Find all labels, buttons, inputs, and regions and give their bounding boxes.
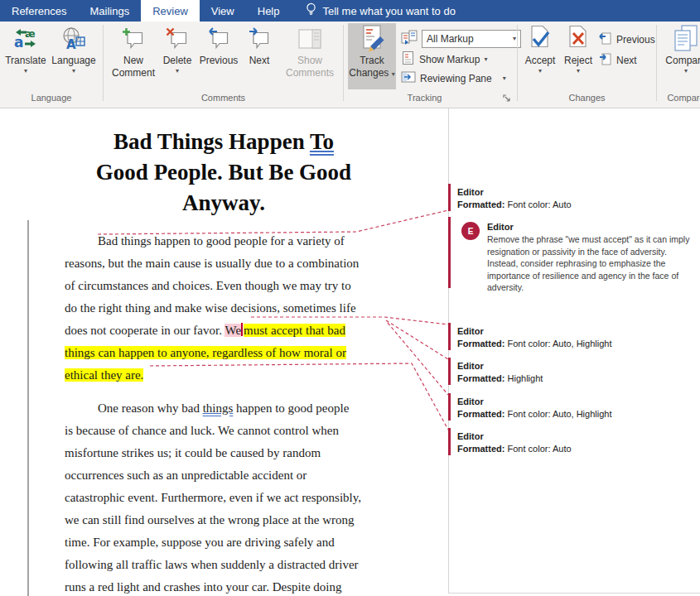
text-segment: does not cooperate in our favor. bbox=[65, 324, 224, 337]
display-for-review-select[interactable]: All Markup ▾ bbox=[422, 30, 521, 48]
previous-comment-button[interactable]: Previous bbox=[198, 23, 239, 67]
svg-text:a: a bbox=[14, 34, 23, 50]
display-for-review-icon bbox=[401, 29, 418, 48]
translate-label: Translate bbox=[5, 55, 46, 67]
revision-bar bbox=[448, 393, 451, 421]
revision-bar bbox=[448, 358, 451, 385]
text-line[interactable]: occurrences such as an unpredictable acc… bbox=[65, 464, 361, 487]
title-grammar-underline: To bbox=[310, 129, 334, 154]
previous-change-icon bbox=[598, 31, 612, 48]
revision-entry[interactable]: Editor Formatted: Font color: Auto, High… bbox=[457, 397, 696, 419]
reject-label: Reject bbox=[564, 55, 592, 67]
language-button[interactable]: A Language ▾ bbox=[51, 23, 96, 75]
show-comments-icon bbox=[297, 23, 322, 55]
accept-label: Accept bbox=[525, 55, 556, 67]
tab-view[interactable]: View bbox=[200, 0, 246, 22]
show-comments-label-2: Comments bbox=[286, 67, 334, 79]
highlighted-text: things can happen to anyone, regardless … bbox=[65, 346, 346, 359]
next-change-button[interactable]: Next bbox=[598, 52, 637, 69]
track-changes-icon bbox=[358, 23, 386, 55]
word-review-window: References Mailings Review View Help Tel… bbox=[0, 0, 700, 596]
previous-comment-label: Previous bbox=[200, 55, 239, 67]
text-line[interactable]: misfortune strikes us; it could be cause… bbox=[65, 442, 361, 464]
revision-author: Editor bbox=[457, 361, 696, 371]
text-line[interactable]: reasons, but the main cause is usually d… bbox=[65, 252, 359, 275]
delete-comment-label: Delete bbox=[163, 55, 192, 67]
revision-entry[interactable]: Editor Formatted: Highlight bbox=[457, 361, 696, 383]
revision-type: Formatted: bbox=[457, 444, 504, 454]
delete-comment-button[interactable]: Delete ▾ bbox=[159, 23, 196, 75]
highlighted-text: must accept that bad bbox=[244, 324, 345, 337]
highlighted-text: ethical they are. bbox=[65, 368, 143, 382]
next-comment-label: Next bbox=[249, 55, 270, 67]
text-line[interactable]: do the right thing and make wise decisio… bbox=[65, 297, 359, 320]
text-line[interactable]: of circumstances and choices. Even thoug… bbox=[65, 275, 359, 297]
previous-comment-icon bbox=[207, 23, 230, 55]
lightbulb-icon bbox=[305, 2, 317, 19]
tracking-group-label: Tracking bbox=[344, 93, 505, 103]
reviewing-pane-button[interactable]: Reviewing Pane ▾ bbox=[401, 70, 506, 86]
revision-entry[interactable]: Editor Formatted: Font color: Auto, High… bbox=[457, 326, 696, 348]
show-markup-button[interactable]: Show Markup ▾ bbox=[401, 50, 487, 68]
grammar-underline: things bbox=[203, 401, 234, 415]
text-line[interactable]: does not cooperate in our favor. Wemust … bbox=[65, 320, 359, 342]
display-for-review-value: All Markup bbox=[427, 33, 474, 45]
language-dropdown-arrow: ▾ bbox=[72, 67, 75, 75]
track-changes-button[interactable]: Track Changes ▾ bbox=[348, 23, 396, 89]
revision-entry[interactable]: Editor Formatted: Font color: Auto bbox=[457, 187, 696, 209]
text-line[interactable]: we can still find ourselves at the wrong… bbox=[65, 509, 361, 531]
delete-comment-icon bbox=[166, 23, 189, 55]
text-line[interactable]: catastrophic event. Furthermore, even if… bbox=[65, 487, 361, 509]
tab-references[interactable]: References bbox=[0, 0, 78, 22]
text-line[interactable]: things can happen to anyone, regardless … bbox=[65, 342, 359, 364]
reviewing-pane-arrow: ▾ bbox=[503, 74, 506, 82]
comment-bar bbox=[448, 217, 451, 288]
paragraph-1[interactable]: Bad things happen to good people for a v… bbox=[65, 230, 359, 387]
next-change-label: Next bbox=[616, 55, 637, 66]
revision-type: Formatted: bbox=[457, 373, 504, 383]
accept-button[interactable]: Accept ▾ bbox=[522, 23, 558, 75]
text-line[interactable]: time. For example, suppose you are drivi… bbox=[65, 531, 361, 554]
compare-group-label: Compare bbox=[657, 93, 700, 103]
compare-label: Compare bbox=[665, 55, 700, 67]
display-for-review-arrow: ▾ bbox=[513, 35, 516, 42]
tracking-dialog-launcher[interactable] bbox=[502, 94, 511, 105]
revision-detail: Font color: Auto, Highlight bbox=[504, 339, 611, 348]
show-markup-label: Show Markup bbox=[419, 54, 480, 65]
text-line[interactable]: Bad things happen to good people for a v… bbox=[65, 230, 359, 252]
text-segment: happen to good people bbox=[233, 401, 349, 415]
svg-text:æ: æ bbox=[25, 28, 36, 40]
paragraph-2[interactable]: One reason why bad things happen to good… bbox=[65, 397, 361, 596]
tab-review[interactable]: Review bbox=[141, 0, 200, 22]
delete-dropdown-arrow: ▾ bbox=[176, 67, 179, 75]
document-canvas[interactable]: Bad Things Happen To Good People. But Be… bbox=[0, 108, 700, 596]
tab-mailings[interactable]: Mailings bbox=[78, 0, 141, 22]
revision-entry[interactable]: Editor Formatted: Font color: Auto bbox=[457, 431, 696, 454]
reject-button[interactable]: Reject ▾ bbox=[562, 23, 595, 75]
text-line[interactable]: ethical they are. bbox=[65, 364, 359, 387]
previous-change-button[interactable]: Previous bbox=[598, 31, 655, 48]
title-text: Anyway. bbox=[46, 188, 402, 219]
revision-author: Editor bbox=[457, 187, 696, 197]
translate-button[interactable]: aæ Translate ▾ bbox=[3, 23, 48, 75]
comment-author: Editor bbox=[487, 222, 514, 232]
show-comments-label-1: Show bbox=[297, 55, 322, 67]
comment-anchor-highlight: We bbox=[224, 324, 241, 337]
reviewing-pane-label: Reviewing Pane bbox=[420, 73, 492, 84]
revision-type: Formatted: bbox=[457, 409, 504, 419]
text-line[interactable]: One reason why bad things happen to good… bbox=[65, 397, 361, 420]
document-title[interactable]: Bad Things Happen To Good People. But Be… bbox=[46, 127, 402, 219]
text-line[interactable]: following all traffic laws when suddenly… bbox=[65, 554, 361, 576]
tab-help[interactable]: Help bbox=[246, 0, 292, 22]
display-for-review-row: All Markup ▾ bbox=[401, 29, 521, 48]
revision-bar bbox=[448, 428, 451, 455]
next-comment-button[interactable]: Next bbox=[241, 23, 278, 67]
comment-body[interactable]: Remove the phrase "we must accept" as it… bbox=[487, 233, 697, 294]
revision-author: Editor bbox=[457, 431, 696, 441]
group-separator bbox=[517, 25, 518, 101]
text-line[interactable]: runs a red light and crashes into your c… bbox=[65, 576, 361, 596]
text-line[interactable]: is because of chance and luck. We cannot… bbox=[65, 420, 361, 442]
new-comment-button[interactable]: New Comment bbox=[110, 23, 157, 79]
compare-button[interactable]: Compare ▾ bbox=[663, 23, 700, 75]
tell-me-box[interactable]: Tell me what you want to do bbox=[305, 0, 456, 22]
